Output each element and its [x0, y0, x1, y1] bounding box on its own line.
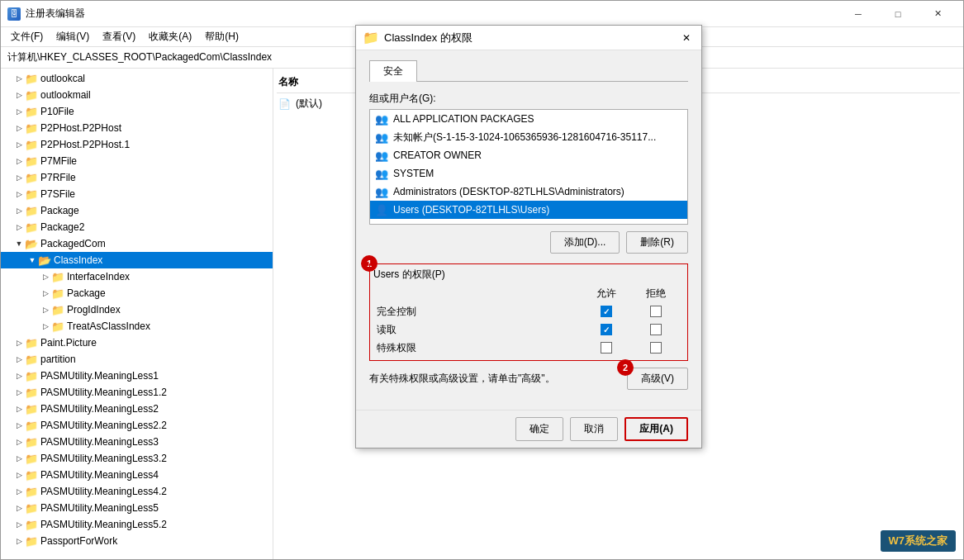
- perm-name-read: 读取: [377, 323, 582, 337]
- perm-deny-special: [631, 342, 681, 354]
- tree-item-package-sub[interactable]: ▷ 📁 Package: [1, 285, 273, 301]
- folder-icon: 📁: [51, 303, 64, 316]
- perm-allow-full-control: [582, 306, 631, 317]
- checkbox-full-control-allow[interactable]: [601, 306, 612, 317]
- expand-icon: ▷: [14, 536, 24, 546]
- expand-icon: ▷: [14, 107, 24, 116]
- folder-icon: 📁: [25, 534, 38, 548]
- folder-icon: 📁: [25, 138, 38, 151]
- tree-item-pasm52[interactable]: ▷ 📁 PASMUtility.MeaningLess5.2: [1, 516, 273, 533]
- folder-icon: 📁: [25, 452, 38, 465]
- user-item-all-app-packages[interactable]: 👥 ALL APPLICATION PACKAGES: [370, 110, 687, 128]
- dialog-tabs: 安全: [369, 60, 688, 82]
- checkbox-read-deny[interactable]: [650, 324, 662, 335]
- folder-icon: 📁: [25, 204, 38, 217]
- folder-icon: 📁: [25, 121, 38, 135]
- folder-icon: 📁: [25, 171, 38, 184]
- address-path: 计算机\HKEY_CLASSES_ROOT\PackagedCom\ClassI…: [4, 49, 275, 66]
- expand-icon: ▼: [14, 239, 24, 249]
- tree-item-package2[interactable]: ▷ 📁 Package2: [1, 219, 273, 235]
- tree-item-classindex[interactable]: ▼ 📂 ClassIndex: [1, 252, 273, 268]
- expand-icon: ▷: [14, 404, 24, 414]
- tab-security[interactable]: 安全: [369, 60, 417, 82]
- expand-icon: ▷: [14, 173, 24, 183]
- dialog-close-button[interactable]: ✕: [678, 30, 695, 46]
- expand-icon: ▷: [14, 387, 24, 397]
- maximize-button[interactable]: □: [879, 2, 917, 26]
- apply-button[interactable]: 应用(A): [624, 417, 688, 441]
- tree-item-p2phost2[interactable]: ▷ 📁 P2PHost.P2PHost.1: [1, 136, 273, 153]
- folder-icon: 📁: [25, 221, 38, 234]
- tree-item-p7mfile[interactable]: ▷ 📁 P7MFile: [1, 153, 273, 169]
- window-title: 注册表编辑器: [26, 7, 85, 21]
- close-button[interactable]: ✕: [919, 2, 957, 26]
- perm-allow-read: [582, 324, 631, 335]
- user-item-users[interactable]: 👤 Users (DESKTOP-82TLHLS\Users): [370, 201, 687, 219]
- menu-view[interactable]: 查看(V): [96, 28, 142, 45]
- tree-item-pasm4[interactable]: ▷ 📁 PASMUtility.MeaningLess4: [1, 467, 273, 483]
- advanced-btn-container: 2 高级(V): [627, 368, 688, 390]
- tree-item-packagedcom[interactable]: ▼ 📂 PackagedCom: [1, 235, 273, 252]
- advanced-row: 有关特殊权限或高级设置，请单击"高级"。 2 高级(V): [369, 368, 688, 390]
- tree-item-partition[interactable]: ▷ 📁 partition: [1, 351, 273, 368]
- user-item-administrators[interactable]: 👥 Administrators (DESKTOP-82TLHLS\Admini…: [370, 183, 687, 201]
- perm-col-name-header: [377, 287, 582, 301]
- tree-item-pasm3[interactable]: ▷ 📁 PASMUtility.MeaningLess3: [1, 434, 273, 450]
- tree-item-pasm22[interactable]: ▷ 📁 PASMUtility.MeaningLess2.2: [1, 417, 273, 434]
- tree-item-pasm5[interactable]: ▷ 📁 PASMUtility.MeaningLess5: [1, 500, 273, 516]
- tree-item-pasm42[interactable]: ▷ 📁 PASMUtility.MeaningLess4.2: [1, 483, 273, 500]
- tree-item-outlookmail[interactable]: ▷ 📁 outlookmail: [1, 87, 273, 103]
- tree-item-pasm32[interactable]: ▷ 📁 PASMUtility.MeaningLess3.2: [1, 450, 273, 467]
- tree-item-pasm12[interactable]: ▷ 📁 PASMUtility.MeaningLess1.2: [1, 384, 273, 401]
- checkbox-full-control-deny[interactable]: [650, 306, 662, 317]
- expand-icon: ▷: [14, 470, 24, 480]
- cancel-button[interactable]: 取消: [570, 417, 618, 441]
- ok-button[interactable]: 确定: [515, 417, 563, 441]
- user-label: Users (DESKTOP-82TLHLS\Users): [393, 204, 549, 216]
- tree-panel: ▷ 📁 outlookcal ▷ 📁 outlookmail ▷ 📁 P10Fi…: [1, 69, 273, 559]
- window-controls: ─ □ ✕: [839, 2, 957, 26]
- tree-item-progidindex[interactable]: ▷ 📁 ProgIdIndex: [1, 301, 273, 318]
- folder-icon: 📁: [25, 369, 38, 382]
- expand-icon: ▷: [14, 189, 24, 199]
- menu-edit[interactable]: 编辑(V): [50, 28, 96, 45]
- title-bar-left: 🗄 注册表编辑器: [7, 7, 85, 21]
- default-icon: 📄: [278, 98, 291, 110]
- folder-icon: 📁: [25, 419, 38, 432]
- tree-item-p2phost1[interactable]: ▷ 📁 P2PHost.P2PHost: [1, 120, 273, 136]
- minimize-button[interactable]: ─: [839, 2, 877, 26]
- tree-item-p7sfile[interactable]: ▷ 📁 P7SFile: [1, 186, 273, 202]
- checkbox-special-deny[interactable]: [650, 342, 662, 354]
- tree-item-p7rfile[interactable]: ▷ 📁 P7RFile: [1, 169, 273, 186]
- add-button[interactable]: 添加(D)...: [550, 231, 620, 254]
- tree-item-p10file[interactable]: ▷ 📁 P10File: [1, 103, 273, 120]
- user-item-creator-owner[interactable]: 👥 CREATOR OWNER: [370, 146, 687, 164]
- user-label: SYSTEM: [393, 168, 434, 179]
- tree-item-passportforwork[interactable]: ▷ 📁 PassportForWork: [1, 533, 273, 549]
- tree-item-interfaceindex[interactable]: ▷ 📁 InterfaceIndex: [1, 268, 273, 285]
- folder-icon: 📁: [51, 287, 64, 300]
- dialog-title-left: 📁 ClassIndex 的权限: [363, 30, 473, 45]
- tree-item-paintpicture[interactable]: ▷ 📁 Paint.Picture: [1, 335, 273, 351]
- folder-icon: 📁: [25, 435, 38, 448]
- perm-row-special: 特殊权限: [373, 339, 684, 357]
- remove-button[interactable]: 删除(R): [626, 231, 688, 254]
- menu-file[interactable]: 文件(F): [4, 28, 50, 45]
- tree-item-pasm1[interactable]: ▷ 📁 PASMUtility.MeaningLess1: [1, 368, 273, 384]
- user-icon: 👥: [375, 167, 388, 180]
- user-item-unknown-account[interactable]: 👥 未知帐户(S-1-15-3-1024-1065365936-12816047…: [370, 128, 687, 146]
- advanced-button[interactable]: 高级(V): [627, 368, 688, 390]
- folder-icon: 📁: [51, 270, 64, 283]
- folder-icon: 📁: [25, 72, 38, 85]
- tree-item-outlookcal[interactable]: ▷ 📁 outlookcal: [1, 70, 273, 87]
- checkbox-special-allow[interactable]: [601, 342, 612, 354]
- tree-item-pasm2[interactable]: ▷ 📁 PASMUtility.MeaningLess2: [1, 401, 273, 417]
- menu-help[interactable]: 帮助(H): [198, 28, 245, 45]
- tree-item-treatasclassindex[interactable]: ▷ 📁 TreatAsClassIndex: [1, 318, 273, 335]
- user-item-system[interactable]: 👥 SYSTEM: [370, 164, 687, 183]
- menu-favorites[interactable]: 收藏夹(A): [142, 28, 198, 45]
- expand-icon: ▷: [40, 272, 50, 282]
- tree-item-package[interactable]: ▷ 📁 Package: [1, 202, 273, 219]
- app-icon: 🗄: [7, 7, 21, 21]
- checkbox-read-allow[interactable]: [601, 324, 612, 335]
